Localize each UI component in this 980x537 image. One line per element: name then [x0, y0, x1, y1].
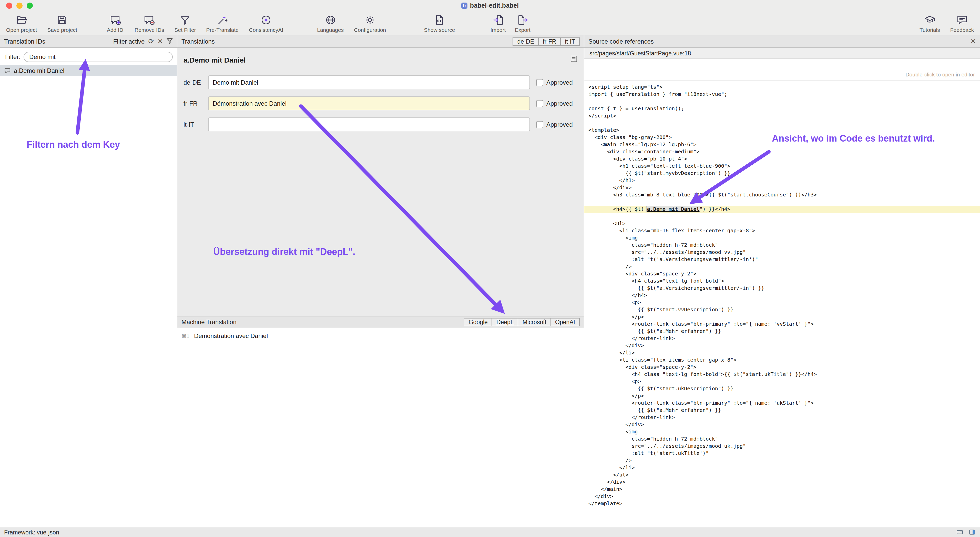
- code-line: />: [584, 457, 980, 464]
- toolbar-consistency-ai[interactable]: ConsistencyAI: [246, 14, 286, 33]
- comment-icon[interactable]: [570, 55, 578, 65]
- keyboard-icon[interactable]: [956, 529, 964, 535]
- code-line: <h4 class="text-lg font-bold">: [584, 277, 980, 285]
- export-icon: [517, 14, 528, 26]
- code-line: <div class="space-y-2">: [584, 363, 980, 371]
- filter-input[interactable]: [24, 52, 173, 62]
- code-line: {{ $t("a.Mehr erfahren") }}: [584, 407, 980, 414]
- close-panel-icon[interactable]: ✕: [970, 38, 976, 45]
- mt-provider-microsoft[interactable]: Microsoft: [518, 318, 551, 326]
- translation-id-item-selected[interactable]: a.Demo mit Daniel: [0, 65, 177, 76]
- add-id-icon: [110, 14, 121, 26]
- toolbar-languages[interactable]: Languages: [314, 14, 347, 33]
- editor-hint: Double-click to open in editor: [905, 71, 975, 77]
- language-tabs: de-DE fr-FR it-IT: [513, 37, 580, 45]
- code-line: <div class="bg-gray-200">: [584, 134, 980, 141]
- code-line: </router-link>: [584, 414, 980, 421]
- mt-provider-openai[interactable]: OpenAI: [550, 318, 580, 326]
- filter-icon[interactable]: [167, 38, 173, 45]
- toolbar-remove-ids[interactable]: Remove IDs: [132, 14, 167, 33]
- translation-id-label: a.Demo mit Daniel: [14, 67, 64, 74]
- code-line: </router-link>: [584, 335, 980, 342]
- code-line: <div class="space-y-2">: [584, 270, 980, 277]
- titlebar: b babel-edit.babel: [0, 0, 980, 11]
- code-line: src="../../assets/images/mood_vv.jpg": [584, 249, 980, 256]
- window-title: b babel-edit.babel: [0, 2, 980, 9]
- code-line: </p>: [584, 392, 980, 400]
- mt-suggestion-row[interactable]: ⌘1 Démonstration avec Daniel: [181, 332, 580, 339]
- translation-ids-panel: Translation IDs Filter active ⟳ ✕ Filter…: [0, 35, 177, 527]
- translation-input-it[interactable]: [208, 118, 530, 131]
- code-line: </div>: [584, 478, 980, 486]
- code-line: :alt="t('a.Versicherungsvermittler/-in')…: [584, 256, 980, 263]
- toolbar-pre-translate[interactable]: Pre-Translate: [203, 14, 242, 33]
- toolbar-add-id[interactable]: Add ID: [103, 14, 127, 33]
- approved-checkbox-de[interactable]: [536, 79, 543, 86]
- translation-input-fr[interactable]: [208, 96, 530, 110]
- language-tab-fr[interactable]: fr-FR: [538, 37, 561, 45]
- panel-toggle-icon[interactable]: [968, 529, 976, 535]
- language-tab-de[interactable]: de-DE: [513, 37, 539, 45]
- toolbar-configuration[interactable]: Configuration: [351, 14, 389, 33]
- code-line: {{ $t("a.Mehr erfahren") }}: [584, 328, 980, 335]
- code-block[interactable]: <script setup lang="ts">import { useTran…: [584, 81, 980, 527]
- source-references-title: Source code references: [589, 38, 654, 45]
- filter-active-label: Filter active: [113, 38, 145, 45]
- toolbar-import[interactable]: Import: [486, 14, 511, 33]
- code-line: <p>: [584, 299, 980, 306]
- translation-row-fr: fr-FR Approved: [183, 96, 580, 110]
- selected-id-title: a.Demo mit Daniel: [183, 56, 246, 64]
- mt-provider-google[interactable]: Google: [464, 318, 492, 326]
- toolbar-export[interactable]: Export: [511, 14, 535, 33]
- code-line: import { useTranslation } from "i18next-…: [584, 91, 980, 98]
- code-line: </li>: [584, 464, 980, 471]
- editor-hint-bar: Double-click to open in editor: [584, 59, 980, 81]
- code-line: <img: [584, 428, 980, 435]
- code-line: </ul>: [584, 471, 980, 478]
- approved-checkbox-fr[interactable]: [536, 100, 543, 107]
- lang-label-it: it-IT: [183, 121, 208, 128]
- toolbar-show-source[interactable]: Show source: [421, 14, 458, 33]
- machine-translation-title: Machine Translation: [181, 319, 237, 326]
- code-line: <router-link class="btn-primary" :to="{ …: [584, 320, 980, 328]
- code-line: <h4 class="text-lg font-bold">{{ $t("sta…: [584, 371, 980, 378]
- code-line: </li>: [584, 349, 980, 357]
- approved-checkbox-it[interactable]: [536, 121, 543, 128]
- code-line: :alt="t('start.ukTitle')": [584, 450, 980, 457]
- code-line: {{ $t("start.vvDescription") }}: [584, 306, 980, 313]
- window-title-text: babel-edit.babel: [470, 2, 519, 9]
- code-line: [584, 213, 980, 220]
- translation-input-de[interactable]: [208, 75, 530, 89]
- code-line: <img: [584, 234, 980, 242]
- clear-filter-icon[interactable]: ✕: [158, 38, 163, 45]
- toolbar-save-project[interactable]: Save project: [44, 14, 80, 33]
- toolbar: Open project Save project Add ID Remove …: [0, 11, 980, 35]
- language-tab-it[interactable]: it-IT: [560, 37, 580, 45]
- toolbar-open-project[interactable]: Open project: [3, 14, 40, 33]
- refresh-filter-icon[interactable]: ⟳: [148, 38, 154, 45]
- toolbar-feedback[interactable]: Feedback: [947, 14, 977, 33]
- file-tab[interactable]: src/pages/start/GuestStartPage.vue:18: [589, 50, 691, 56]
- toolbar-set-filter[interactable]: Set Filter: [172, 14, 199, 33]
- mt-provider-deepl[interactable]: DeepL: [492, 318, 519, 326]
- lang-label-fr: fr-FR: [183, 100, 208, 107]
- code-line: <li class="mb-16 flex items-center gap-x…: [584, 227, 980, 234]
- remove-ids-icon: [144, 14, 155, 26]
- code-line: <li class="flex items-center gap-x-8">: [584, 357, 980, 363]
- highlighted-translation-key[interactable]: a.Demo mit Daniel: [647, 206, 700, 212]
- code-line: />: [584, 263, 980, 270]
- code-line: <ul>: [584, 220, 980, 227]
- translations-panel: Translations de-DE fr-FR it-IT a.Demo mi…: [177, 35, 584, 527]
- code-line: </template>: [584, 500, 980, 507]
- code-line: <h4>{{ $t("a.Demo mit Daniel") }}</h4>: [584, 206, 980, 213]
- code-line: </h1>: [584, 177, 980, 184]
- graduation-cap-icon: [924, 14, 935, 26]
- code-line: <main class="lg:px-12 lg:pb-6">: [584, 141, 980, 148]
- code-line: <h3 class="mb-8 text-blue-900">{{ $t("st…: [584, 191, 980, 199]
- translation-ids-header: Translation IDs Filter active ⟳ ✕: [0, 35, 177, 48]
- toolbar-tutorials[interactable]: Tutorials: [916, 14, 943, 33]
- main-area: Translation IDs Filter active ⟳ ✕ Filter…: [0, 35, 980, 527]
- code-line: <h1 class="text-left text-blue-900">: [584, 163, 980, 170]
- mt-suggestion-text: Démonstration avec Daniel: [194, 332, 268, 339]
- translation-id-list: a.Demo mit Daniel: [0, 65, 177, 76]
